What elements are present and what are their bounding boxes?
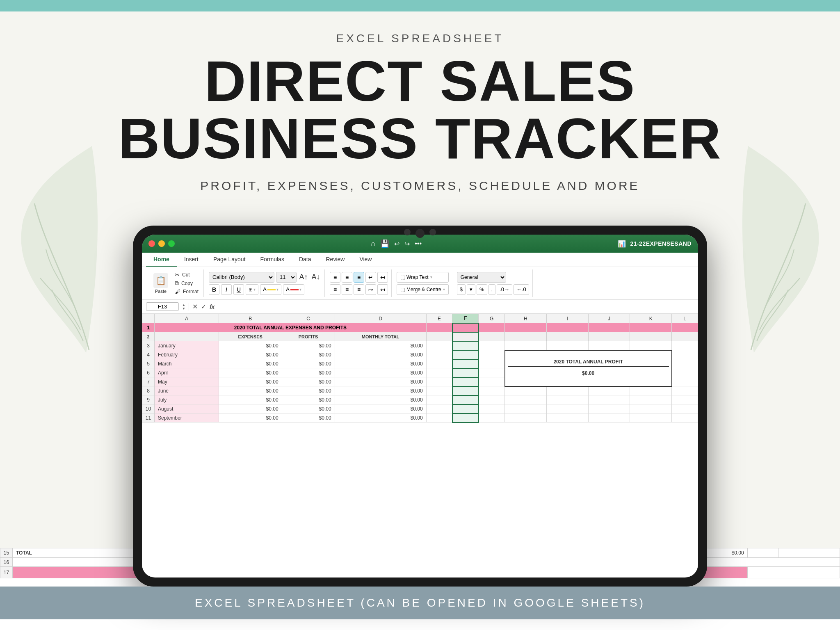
cell-8h[interactable]: [505, 386, 547, 395]
cell-5l[interactable]: [479, 359, 505, 368]
home-icon[interactable]: ⌂: [371, 240, 375, 248]
cell-6f[interactable]: [452, 368, 479, 377]
cell-10e[interactable]: [426, 404, 452, 413]
increase-decimal-button[interactable]: .0→: [497, 284, 512, 295]
bold-button[interactable]: B: [209, 284, 219, 295]
font-family-select[interactable]: Calibri (Body): [209, 272, 274, 283]
cell-3i[interactable]: [546, 341, 588, 350]
col-header-F[interactable]: F: [452, 314, 479, 323]
wrap-icon-button[interactable]: ↵: [365, 272, 376, 283]
cell-1e[interactable]: [426, 323, 452, 332]
merge-centre-button[interactable]: ⬚ Merge & Centre ▾: [397, 284, 449, 295]
cell-7f[interactable]: [452, 377, 479, 386]
col-monthly-total[interactable]: MONTHLY TOTAL: [335, 332, 426, 341]
confirm-formula-button[interactable]: ✓: [201, 303, 206, 310]
window-min-btn[interactable]: [158, 240, 165, 247]
col-header-K[interactable]: K: [630, 314, 672, 323]
col-header-B[interactable]: B: [219, 314, 282, 323]
cell-jan[interactable]: January: [155, 341, 219, 350]
cell-jul[interactable]: July: [155, 395, 219, 404]
chevron-down-num[interactable]: ▾: [467, 284, 475, 295]
cell-may[interactable]: May: [155, 377, 219, 386]
font-size-select[interactable]: 11: [276, 272, 297, 283]
cell-9g[interactable]: [479, 395, 505, 404]
cell-10i[interactable]: [546, 404, 588, 413]
cell-feb[interactable]: February: [155, 350, 219, 359]
cell-2a[interactable]: [155, 332, 219, 341]
cell-jan-prof[interactable]: $0.00: [282, 341, 335, 350]
cell-8e[interactable]: [426, 386, 452, 395]
underline-button[interactable]: U: [233, 284, 244, 295]
cell-2e[interactable]: [426, 332, 452, 341]
cell-11l[interactable]: [672, 413, 698, 422]
cell-5f[interactable]: [452, 359, 479, 368]
cut-button[interactable]: ✂ Cut: [173, 271, 200, 278]
cell-jun-total[interactable]: $0.00: [335, 386, 426, 395]
cell-11e[interactable]: [426, 413, 452, 422]
font-shrink-button[interactable]: A↓: [310, 272, 321, 283]
font-grow-button[interactable]: A↑: [298, 272, 309, 283]
align-center-button[interactable]: ≡: [342, 284, 352, 295]
cell-aug-total[interactable]: $0.00: [335, 404, 426, 413]
cell-8g[interactable]: [479, 386, 505, 395]
cell-11i[interactable]: [546, 413, 588, 422]
cell-9j[interactable]: [588, 395, 630, 404]
more-icon[interactable]: •••: [415, 240, 422, 247]
cancel-formula-button[interactable]: ✕: [192, 303, 198, 310]
cell-11g[interactable]: [479, 413, 505, 422]
window-max-btn[interactable]: [168, 240, 175, 247]
cell-11f[interactable]: [452, 413, 479, 422]
cell-10l[interactable]: [672, 404, 698, 413]
cell-2g[interactable]: [479, 332, 505, 341]
cell-11h[interactable]: [505, 413, 547, 422]
cell-mar-exp[interactable]: $0.00: [219, 359, 282, 368]
tab-view[interactable]: View: [352, 253, 379, 267]
cell-9k[interactable]: [630, 395, 672, 404]
col-header-A[interactable]: A: [155, 314, 219, 323]
cell-4l[interactable]: [672, 350, 698, 359]
cell-7e[interactable]: [426, 377, 452, 386]
tab-page-layout[interactable]: Page Layout: [206, 253, 253, 267]
tab-review[interactable]: Review: [318, 253, 352, 267]
cell-4f[interactable]: [452, 350, 479, 359]
formula-input[interactable]: [218, 303, 694, 310]
cell-jan-total[interactable]: $0.00: [335, 341, 426, 350]
redo-icon[interactable]: ↪: [404, 240, 410, 248]
cell-9h[interactable]: [505, 395, 547, 404]
cell-reference-input[interactable]: [146, 302, 179, 311]
col-header-H[interactable]: H: [505, 314, 547, 323]
col-header-E[interactable]: E: [426, 314, 452, 323]
cell-9l[interactable]: [672, 395, 698, 404]
cell-1i[interactable]: [546, 323, 588, 332]
col-header-C[interactable]: C: [282, 314, 335, 323]
tab-insert[interactable]: Insert: [177, 253, 206, 267]
cell-3j[interactable]: [588, 341, 630, 350]
cell-11j[interactable]: [588, 413, 630, 422]
cell-jun-prof[interactable]: $0.00: [282, 386, 335, 395]
cell-8f[interactable]: [452, 386, 479, 395]
cell-4g[interactable]: [479, 350, 505, 359]
format-button[interactable]: 🖌 Format: [173, 288, 200, 295]
tab-home[interactable]: Home: [146, 253, 177, 267]
cell-1k[interactable]: [630, 323, 672, 332]
cell-sep-total[interactable]: $0.00: [335, 413, 426, 422]
cell-8l[interactable]: [672, 386, 698, 395]
italic-button[interactable]: I: [221, 284, 232, 295]
align-top-right-button[interactable]: ≡: [354, 272, 364, 283]
cell-2l[interactable]: [672, 332, 698, 341]
cell-9e[interactable]: [426, 395, 452, 404]
cell-3l[interactable]: [672, 341, 698, 350]
col-profits[interactable]: PROFITS: [282, 332, 335, 341]
cell-10j[interactable]: [588, 404, 630, 413]
cell-jun[interactable]: June: [155, 386, 219, 395]
cell-3h[interactable]: [505, 341, 547, 350]
col-header-J[interactable]: J: [588, 314, 630, 323]
cell-jan-exp[interactable]: $0.00: [219, 341, 282, 350]
cell-2i[interactable]: [546, 332, 588, 341]
cell-10g[interactable]: [479, 404, 505, 413]
copy-button[interactable]: ⧉ Copy: [173, 279, 200, 287]
paste-button[interactable]: 📋 Paste: [150, 272, 171, 295]
cell-3e[interactable]: [426, 341, 452, 350]
cell-1g[interactable]: [479, 323, 505, 332]
cell-7l[interactable]: [479, 377, 505, 386]
